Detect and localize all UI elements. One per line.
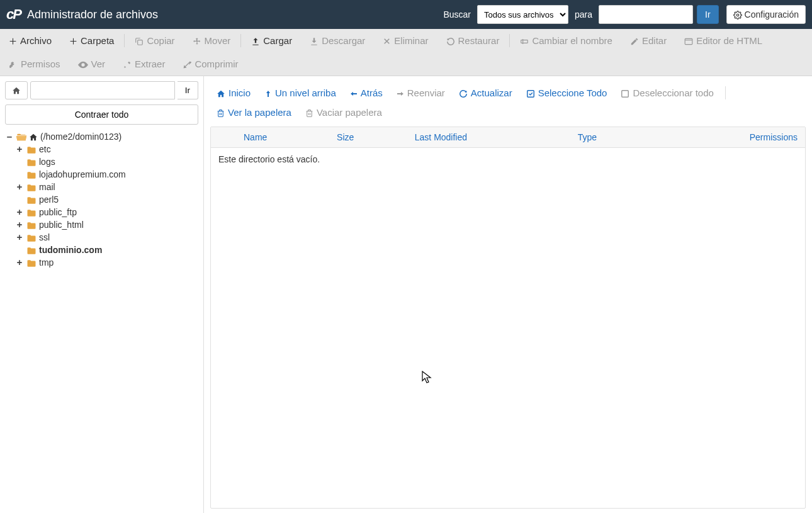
empty-message: Este directorio está vacío.: [211, 148, 805, 171]
collapse-all-button[interactable]: Contraer todo: [5, 104, 198, 125]
tool-mover: Mover: [184, 29, 240, 52]
rename-icon: [520, 35, 529, 45]
search-label: Buscar: [443, 9, 471, 20]
action-deselect-all[interactable]: Deseleccionar todo: [614, 84, 719, 102]
tool-comprimir: Comprimir: [174, 52, 247, 76]
tree-item-label: public_ftp: [39, 207, 77, 217]
expand-icon[interactable]: +: [15, 144, 24, 154]
action-reload[interactable]: Actualizar: [453, 84, 519, 102]
svg-rect-3: [685, 38, 692, 44]
tool-archivo[interactable]: Archivo: [0, 29, 60, 52]
extract-icon: [123, 59, 132, 69]
tool-editor-de-html: Editor de HTML: [675, 29, 771, 52]
main-layout: Ir Contraer todo − (/home2/domin0123) +e…: [0, 76, 812, 513]
nav-row: Ir: [5, 81, 198, 99]
tree-item[interactable]: logs: [15, 155, 198, 168]
separator: [240, 34, 241, 47]
tool-extraer: Extraer: [114, 52, 174, 76]
tool-eliminar: Eliminar: [374, 29, 437, 52]
search-input[interactable]: [599, 5, 693, 24]
tree-root[interactable]: − (/home2/domin0123): [5, 130, 198, 142]
view-icon: [78, 59, 88, 69]
tree-item-label: lojadohupremium.com: [39, 169, 126, 179]
action-forward[interactable]: Reenviar: [390, 84, 451, 102]
content-area: Inicio Un nivel arriba Atrás Reenviar Ac…: [204, 76, 812, 513]
compress-icon: [183, 59, 191, 69]
tree-item-label: mail: [39, 182, 55, 192]
folder-icon: [26, 207, 37, 217]
download-icon: [310, 35, 319, 45]
for-label: para: [575, 9, 592, 20]
check-square-icon: [526, 87, 535, 98]
folder-open-icon: [16, 131, 26, 141]
svg-point-0: [736, 14, 739, 16]
folder-icon: [26, 169, 37, 179]
folder-icon: [26, 157, 37, 167]
action-view-trash[interactable]: Ver la papelera: [210, 103, 298, 121]
tool-cargar[interactable]: Cargar: [242, 29, 301, 52]
separator: [124, 34, 125, 47]
app-title: Administrador de archivos: [27, 8, 158, 21]
expand-icon[interactable]: +: [15, 257, 24, 268]
tool-carpeta[interactable]: Carpeta: [60, 29, 123, 52]
copy-icon: [135, 35, 144, 45]
action-back[interactable]: Atrás: [344, 84, 389, 102]
action-bar: Inicio Un nivel arriba Atrás Reenviar Ac…: [210, 81, 806, 127]
home-button[interactable]: [5, 81, 28, 99]
col-type[interactable]: Type: [570, 127, 653, 148]
tree-root-label: (/home2/domin0123): [40, 132, 121, 142]
tree-item[interactable]: +ssl: [15, 231, 198, 244]
folder-icon: [26, 144, 37, 154]
tree-item[interactable]: +public_ftp: [15, 206, 198, 218]
trash-icon: [217, 107, 225, 118]
expand-icon[interactable]: +: [15, 232, 24, 242]
path-go-button[interactable]: Ir: [178, 81, 198, 99]
path-input[interactable]: [30, 81, 175, 99]
tree-item[interactable]: lojadohupremium.com: [15, 168, 198, 181]
tool-descargar: Descargar: [301, 29, 374, 52]
svg-rect-5: [622, 91, 629, 98]
tree-item[interactable]: +tmp: [15, 256, 198, 269]
search-scope-select[interactable]: Todos sus archivos: [477, 5, 568, 24]
col-modified[interactable]: Last Modified: [407, 127, 570, 148]
sidebar: Ir Contraer todo − (/home2/domin0123) +e…: [0, 76, 204, 513]
edit-icon: [630, 35, 639, 45]
search-go-button[interactable]: Ir: [697, 5, 719, 24]
expand-icon[interactable]: +: [15, 207, 24, 217]
tree-item-label: logs: [39, 157, 55, 167]
config-button[interactable]: Configuración: [726, 5, 806, 24]
action-select-all[interactable]: Seleccione Todo: [520, 84, 614, 102]
folder-icon: [26, 257, 37, 268]
action-home[interactable]: Inicio: [210, 84, 257, 102]
tree-item[interactable]: +etc: [15, 143, 198, 155]
tree-item[interactable]: tudominio.com: [15, 244, 198, 256]
action-up[interactable]: Un nivel arriba: [258, 84, 342, 102]
tree-item[interactable]: +mail: [15, 181, 198, 193]
app-logo: cP Administrador de archivos: [6, 6, 158, 23]
folder-icon: [26, 194, 37, 205]
col-checkbox[interactable]: [211, 127, 236, 148]
tree-item-label: public_html: [39, 220, 84, 230]
col-name[interactable]: Name: [236, 127, 329, 148]
tree-item-label: perl5: [39, 194, 59, 205]
action-empty-trash[interactable]: Vaciar papelera: [299, 103, 388, 121]
expand-icon[interactable]: +: [15, 182, 24, 192]
tree-item-label: tmp: [39, 257, 54, 268]
separator: [725, 86, 726, 99]
tree-item[interactable]: +public_html: [15, 218, 198, 231]
upload-icon: [251, 35, 260, 45]
col-size[interactable]: Size: [329, 127, 407, 148]
plus-icon: [69, 36, 77, 46]
move-icon: [193, 35, 201, 45]
col-permissions[interactable]: Permissions: [653, 127, 805, 148]
collapse-icon[interactable]: −: [5, 132, 14, 142]
tool-cambiar-el-nombre: Cambiar el nombre: [511, 29, 621, 52]
tree-item[interactable]: perl5: [15, 193, 198, 206]
tool-restaurar: Restaurar: [437, 29, 509, 52]
home-icon: [29, 131, 38, 141]
permissions-icon: [9, 59, 18, 69]
expand-icon[interactable]: +: [15, 220, 24, 230]
trash-icon: [305, 107, 313, 118]
tool-permisos: Permisos: [0, 52, 69, 76]
tree-item-label: tudominio.com: [39, 245, 102, 255]
